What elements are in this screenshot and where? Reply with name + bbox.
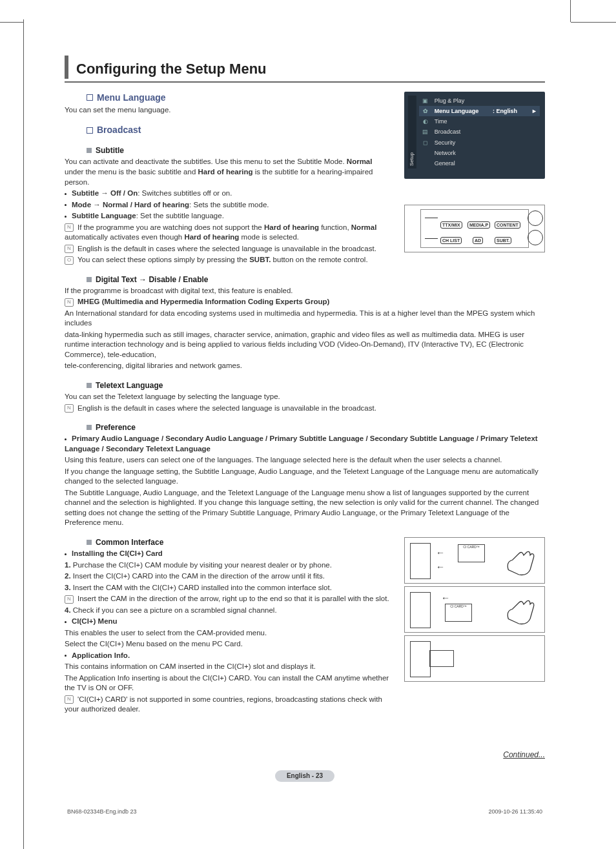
preference-p3: The Subtitle Language, Audio Language, a… <box>65 488 545 528</box>
remote-btn-content: CONTENT <box>495 221 520 229</box>
ci-card-label: CI CARD™ <box>450 604 467 608</box>
ci-app-note: N'CI(CI+) CARD' is not supported in some… <box>65 695 391 715</box>
osd-plugplay-icon: ▣ <box>422 97 429 105</box>
footer-timestamp: 2009-10-26 11:35:40 <box>488 808 542 815</box>
osd-broadcast-icon: ▤ <box>422 128 429 136</box>
note-icon: N <box>65 404 74 413</box>
heading-digital-text: Digital Text → Disable / Enable <box>96 274 209 285</box>
ci-app-p2: The Application Info inserting is about … <box>65 673 391 693</box>
osd-security-icon: ◻ <box>422 139 429 147</box>
arrow-left-icon: ← <box>441 592 450 604</box>
page-title: Configuring the Setup Menu <box>76 59 267 79</box>
ci-step-1: 1. Purchase the CI(CI+) CAM module by vi… <box>65 560 391 571</box>
section-icon <box>87 94 93 101</box>
hand-icon <box>503 546 538 578</box>
remote-illustration: TTX/MIX MEDIA.P CONTENT CH LIST AD SUBT. <box>404 205 545 252</box>
heading-broadcast: Broadcast <box>97 124 141 136</box>
preference-p1: Using this feature, users can select one… <box>65 455 545 465</box>
arrow-left-icon: ← <box>436 561 445 573</box>
teletext-note: NEnglish is the default in cases where t… <box>65 404 545 414</box>
mheg-p3: tele-conferencing, digital libraries and… <box>65 361 545 371</box>
remote-dpad-icon <box>528 230 543 245</box>
mheg-p1: An International standard for data encod… <box>65 309 545 329</box>
osd-preview: Setup ▣Plug & Play ✿Menu Language: Engli… <box>404 92 545 179</box>
osd-item-selected: Menu Language <box>435 107 479 115</box>
osd-item: Security <box>435 139 456 147</box>
menu-language-desc: You can set the menu language. <box>65 105 391 116</box>
section-icon <box>87 127 93 134</box>
ci-app-p1: This contains information on CAM inserte… <box>65 662 391 672</box>
ci-menu-p1: This enables the user to select from the… <box>65 628 391 639</box>
mheg-heading: NMHEG (Multimedia and Hypermedia Informa… <box>65 297 545 307</box>
remote-btn-ad: AD <box>473 237 483 244</box>
subtitle-note-2: NEnglish is the default in cases where t… <box>65 244 391 254</box>
remote-btn-mediap: MEDIA.P <box>467 221 490 229</box>
remote-dpad-icon <box>528 210 543 226</box>
note-icon: N <box>65 595 74 604</box>
ci-step-3: 3. Insert the CAM with the CI(CI+) CARD … <box>65 583 391 593</box>
subsection-icon <box>87 425 92 430</box>
ci-illustration-1: ← ← CI CARD™ <box>404 537 545 584</box>
osd-gear-icon: ✿ <box>422 107 429 115</box>
osd-item: Time <box>435 118 447 125</box>
remote-btn-chlist: CH LIST <box>440 237 462 244</box>
subsection-icon <box>87 540 92 545</box>
subsection-icon <box>87 383 92 388</box>
ci-illustration-2: ← CI CARD™ <box>404 586 545 633</box>
ci-card-label: CI CARD™ <box>463 545 480 549</box>
subsection-icon <box>87 277 92 282</box>
subtitle-note-1: NIf the programme you are watching does … <box>65 223 391 243</box>
continued-label: Continued... <box>65 750 545 760</box>
subtitle-bullet-2: Mode → Normal / Hard of hearing: Sets th… <box>65 200 391 210</box>
note-icon: N <box>65 298 74 307</box>
osd-side-label: Setup <box>408 96 416 169</box>
ci-app-heading: Application Info. <box>65 651 391 661</box>
page-number-pill: English - 23 <box>275 770 334 782</box>
note-icon: N <box>65 223 74 232</box>
note-icon: N <box>65 695 74 704</box>
osd-item: Broadcast <box>435 128 461 136</box>
subtitle-note-3: OYou can select these options simply by … <box>65 255 391 265</box>
preference-langlist: Primary Audio Language / Secondary Audio… <box>65 434 545 454</box>
ci-illustration-3 <box>404 635 545 682</box>
heading-teletext: Teletext Language <box>96 380 163 391</box>
osd-item: General <box>435 159 455 167</box>
osd-item: Plug & Play <box>435 97 465 105</box>
arrow-left-icon: ← <box>436 547 445 559</box>
ci-install-heading: Installing the CI(CI+) Card <box>65 549 391 559</box>
osd-item: Network <box>435 149 456 157</box>
mheg-p2: data-linking hypermedia such as still im… <box>65 330 545 360</box>
osd-time-icon: ◐ <box>422 118 429 125</box>
subtitle-bullet-3: Subtitle Language: Set the subtitle lang… <box>65 211 391 221</box>
ci-menu-heading: CI(CI+) Menu <box>65 617 391 627</box>
preference-p2: If you change the language setting, the … <box>65 467 545 487</box>
heading-subtitle: Subtitle <box>96 145 124 156</box>
note-icon: N <box>65 245 74 253</box>
osd-selected-value: : English <box>493 107 517 115</box>
footer-indb: BN68-02334B-Eng.indb 23 <box>67 808 137 815</box>
title-accent-bar <box>65 56 68 79</box>
heading-preference: Preference <box>96 422 136 433</box>
heading-common-interface: Common Interface <box>96 537 163 547</box>
remote-btn-subt: SUBT. <box>495 237 511 244</box>
ci-step-2: 2. Insert the CI(CI+) CARD into the CAM … <box>65 571 391 582</box>
heading-menu-language: Menu Language <box>97 92 166 104</box>
hand-icon <box>503 595 538 627</box>
ci-step-4: 4. Check if you can see a picture on a s… <box>65 606 391 616</box>
digital-text-desc: If the programme is broadcast with digit… <box>65 286 545 296</box>
teletext-desc: You can set the Teletext language by sel… <box>65 392 545 402</box>
title-rule <box>65 81 545 83</box>
ci-menu-p2: Select the CI(CI+) Menu based on the men… <box>65 639 391 650</box>
subsection-icon <box>87 148 92 153</box>
ci-step-3-note: NInsert the CAM in the direction of the … <box>65 594 391 604</box>
subtitle-desc: You can activate and deactivate the subt… <box>65 157 391 187</box>
remote-btn-ttxmix: TTX/MIX <box>440 221 462 229</box>
osd-arrow-icon: ► <box>531 107 537 115</box>
subtitle-bullet-1: Subtitle → Off / On: Switches subtitles … <box>65 189 391 199</box>
remote-press-icon: O <box>65 256 74 265</box>
